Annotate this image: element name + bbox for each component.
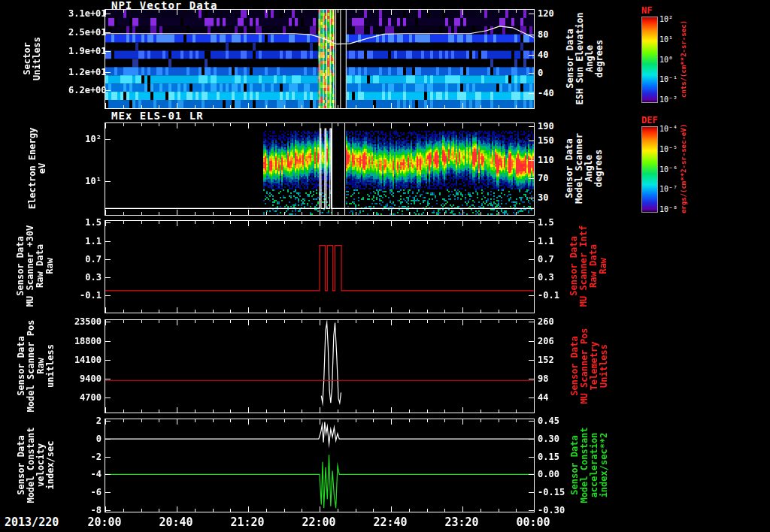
axis-title-line: MU Scanner Pos — [579, 328, 589, 404]
y-axis-tick-label: 10² — [68, 134, 102, 144]
colorbar-units-def: ergs/(cm**2-sr-sec-eV) — [679, 115, 689, 222]
y2-axis-tick-label: 0.00 — [538, 469, 571, 479]
y2-axis-tick-label: 260 — [538, 316, 571, 327]
y-axis-tick-label: 9400 — [68, 373, 102, 384]
axis-title-line: Sensor Data — [569, 435, 579, 494]
panel-title-els: MEx ELS-01 LR — [111, 110, 204, 122]
y2-axis-tick-label: 0.7 — [538, 254, 571, 264]
y2-axis-tick-label: -0.15 — [538, 487, 571, 497]
y-axis-tick-label: 10¹ — [68, 176, 102, 186]
colorbar-tick-label: 10¹ — [659, 35, 673, 44]
axis-title-line: acceleration — [589, 432, 599, 497]
axis-title-line: Model Constant — [579, 427, 589, 503]
y-axis-tick-label: -8 — [68, 505, 102, 515]
axis-title-line: ergs/(cm**2-sr-sec-eV) — [679, 124, 689, 213]
colorbar-tick-label: 10⁻⁶ — [659, 165, 678, 174]
axis-title-line: Sensor Data — [16, 435, 26, 494]
y-axis-tick-label: 6.2e+00 — [68, 85, 102, 95]
y-axis-tick-label: -6 — [68, 487, 102, 497]
colorbar-tick-label: 10⁻² — [659, 95, 678, 104]
y-axis-tick-label: 1.9e+01 — [68, 46, 102, 56]
y2-axis-tick-label: 0.3 — [538, 272, 571, 283]
y-axis-tick-label: 1.1 — [68, 236, 102, 246]
y-axis-tick-label: 4700 — [68, 392, 102, 403]
y-axis-title-model_scanner_pos: Sensor DataModel Scanner PosRawunitless — [16, 308, 55, 423]
y-axis-tick-label: 0.3 — [68, 272, 102, 283]
axis-title-line: Raw — [45, 258, 55, 274]
x-axis-tick-label: 22:40 — [368, 515, 413, 529]
x-axis-tick-label: 20:00 — [82, 515, 127, 529]
axis-title-line: Sensor Data — [569, 336, 579, 395]
y-axis-tick-label: 1.5 — [68, 217, 102, 228]
colorbar-tick-label: 10⁻⁴ — [659, 125, 678, 133]
y2-axis-tick-label: 0.30 — [538, 434, 571, 444]
y-axis-title-npi: SectorUnitless — [22, 0, 41, 119]
axis-title-line: degrees — [594, 39, 604, 77]
axis-title-line: Raw — [35, 358, 45, 374]
panel-mu_scanner_raw — [105, 220, 535, 313]
mu_scanner_raw-plot-canvas — [105, 221, 534, 313]
axis-title-line: cnts/(cm**2-sr-sec) — [679, 20, 689, 98]
y-axis-tick-label: -4 — [68, 469, 102, 479]
model_scanner_pos-plot-canvas — [105, 320, 534, 413]
axis-title-line: Unitless — [599, 344, 608, 388]
axis-title-line: Telemetry — [589, 341, 599, 390]
model_constant-plot-canvas — [105, 419, 534, 512]
x-axis-tick-label: 00:00 — [511, 515, 556, 529]
axis-title-line: degrees — [594, 150, 604, 188]
y2-axis-tick-label: -0.1 — [538, 290, 571, 301]
y2-axis-tick-label: 1.5 — [538, 217, 571, 228]
axis-title-line: Unitless — [32, 37, 41, 80]
y-axis-tick-label: 14100 — [68, 355, 102, 365]
colorbar-nf — [641, 17, 658, 103]
y2-axis-tick-label: 0.15 — [538, 452, 571, 462]
y2-axis-tick-label: 0.45 — [538, 416, 571, 426]
els-plot-canvas — [105, 123, 534, 215]
science-plot-window: NPI Vector Data MEx ELS-01 LR 2013/220 3… — [0, 0, 770, 532]
y2-axis-tick-label: 1.1 — [538, 236, 571, 246]
colorbar-tick-label: 10⁻¹ — [659, 75, 678, 83]
axis-title-line: Sensor Data — [16, 336, 26, 395]
y2-axis-title-model_constant: Sensor DataModel Constantaccelerationind… — [569, 404, 608, 526]
colorbar-tick-label: 10⁻⁵ — [659, 145, 678, 153]
panel-model_scanner_pos — [105, 319, 535, 413]
y-axis-tick-label: 18800 — [68, 336, 102, 346]
y-axis-tick-label: 0.7 — [68, 254, 102, 264]
colorbar-tick-label: 10⁰ — [659, 56, 673, 64]
axis-title-line: Model Constant — [26, 427, 35, 503]
axis-title-line: ESH Sun Elevation — [574, 12, 584, 104]
npi-plot-canvas — [105, 10, 534, 108]
colorbar-title-nf: NF — [641, 5, 652, 16]
axis-title-line: Sector — [22, 42, 32, 74]
panel-els — [105, 122, 535, 216]
y2-axis-tick-label: 98 — [538, 373, 571, 384]
y-axis-tick-label: -0.1 — [68, 290, 102, 301]
y2-axis-title-npi: Sensor DataESH Sun ElevationAngledegrees — [565, 0, 604, 122]
y-axis-title-mu_scanner_raw: Sensor DataMU Scanner +30VRaw DataRaw — [16, 209, 55, 323]
colorbar-title-def: DEF — [641, 115, 658, 125]
y2-axis-tick-label: 152 — [538, 355, 571, 365]
y-axis-tick-label: 1.2e+01 — [68, 67, 102, 77]
y-axis-tick-label: 2 — [68, 416, 102, 426]
axis-title-line: eV — [38, 163, 47, 174]
colorbar-def — [641, 126, 658, 213]
axis-title-line: Sensor Data — [565, 29, 574, 88]
panel-model_constant — [105, 419, 535, 512]
axis-title-line: index/sec**2 — [599, 432, 608, 497]
axis-title-line: Angle — [584, 44, 594, 71]
axis-title-line: Model Scanner Pos — [26, 319, 35, 412]
axis-title-line: Raw — [599, 258, 608, 274]
y-axis-tick-label: 0 — [68, 434, 102, 444]
x-axis-tick-label: 22:00 — [296, 515, 341, 529]
colorbar-tick-label: 10⁻⁸ — [659, 205, 678, 213]
y-axis-title-model_constant: Sensor DataModel Constantvelocityindex/s… — [16, 407, 55, 522]
y2-axis-tick-label: 206 — [538, 336, 571, 346]
x-axis-tick-label: 23:20 — [439, 515, 484, 529]
colorbar-tick-label: 10⁻⁷ — [659, 185, 678, 193]
y2-axis-tick-label: -0.30 — [538, 505, 571, 515]
panel-npi — [105, 9, 535, 109]
y-axis-tick-label: 3.1e+01 — [68, 8, 102, 19]
y-axis-tick-label: 2.5e+01 — [68, 27, 102, 38]
axis-title-line: velocity — [35, 443, 45, 487]
y-axis-tick-label: 23500 — [68, 316, 102, 327]
